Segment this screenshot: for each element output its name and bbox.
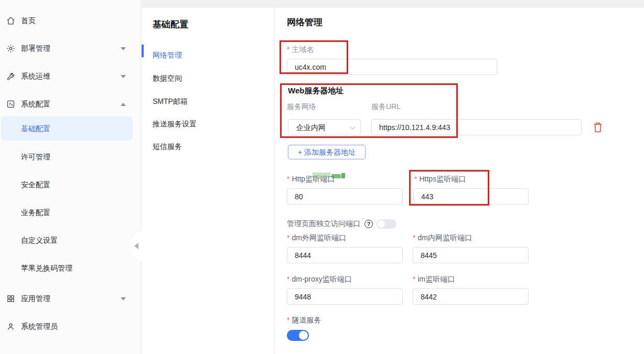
sidebar-item-deploy[interactable]: 部署管理 bbox=[0, 44, 141, 55]
sidebar-item-apps[interactable]: 应用管理 bbox=[0, 294, 141, 305]
im-port-input[interactable] bbox=[413, 288, 529, 305]
sidebar-item-license[interactable]: 许可管理 bbox=[21, 153, 50, 162]
tunnel-service-toggle-on[interactable] bbox=[287, 330, 309, 341]
chevron-up-icon bbox=[121, 103, 126, 106]
tunnel-service-label: *隧道服务 bbox=[287, 316, 321, 325]
https-port-label: *Https监听端口 bbox=[414, 175, 466, 184]
dm-ext-port-label: *dm外网监听端口 bbox=[287, 233, 346, 243]
submenu-panel: 基础配置 网络管理 数据空间 SMTP邮箱 推送服务设置 短信服务 bbox=[142, 8, 274, 354]
service-network-select[interactable]: 企业内网 bbox=[288, 119, 361, 135]
sidebar-item-sysconfig[interactable]: 系统配置 bbox=[0, 100, 141, 110]
add-server-address-button[interactable]: + 添加服务器地址 bbox=[288, 145, 366, 159]
active-item-bar bbox=[142, 45, 144, 57]
home-icon bbox=[6, 16, 15, 25]
sidebar-item-label: 系统配置 bbox=[21, 100, 50, 109]
submenu-item-push[interactable]: 推送服务设置 bbox=[153, 120, 197, 129]
submenu-item-smtp[interactable]: SMTP邮箱 bbox=[153, 97, 188, 106]
chevron-down-icon bbox=[121, 297, 126, 301]
submenu-item-network[interactable]: 网络管理 bbox=[153, 51, 182, 60]
http-port-input[interactable] bbox=[287, 188, 403, 205]
web-server-section-title: Web服务器地址 bbox=[288, 86, 344, 96]
toggle-knob bbox=[299, 331, 308, 340]
sidebar-item-label: 基础配置 bbox=[21, 124, 50, 134]
dm-int-port-label: *dm内网监听端口 bbox=[413, 233, 472, 243]
admin-page-port-label: 管理页面独立访问端口 bbox=[287, 219, 360, 229]
apps-grid-icon bbox=[6, 294, 15, 303]
page-title: 网络管理 bbox=[287, 16, 323, 28]
domain-input[interactable] bbox=[287, 59, 497, 75]
select-value: 企业内网 bbox=[296, 123, 326, 133]
user-icon bbox=[6, 322, 15, 331]
sidebar-item-admin[interactable]: 系统管理员 bbox=[0, 322, 141, 332]
chevron-down-icon bbox=[121, 75, 126, 78]
sidebar-item-label: 首页 bbox=[21, 16, 36, 26]
sidebar-item-security[interactable]: 安全配置 bbox=[21, 180, 50, 190]
delete-server-address-button[interactable] bbox=[593, 122, 603, 133]
sidebar-item-label: 系统管理员 bbox=[21, 322, 58, 331]
sidebar: 首页 部署管理 系统运维 系统配置 基础配置 许可管理 安全配置 业务配置 自定… bbox=[0, 0, 141, 354]
help-icon[interactable]: ? bbox=[364, 220, 373, 228]
config-panel-icon bbox=[6, 100, 15, 109]
sidebar-item-business[interactable]: 业务配置 bbox=[21, 208, 50, 218]
wrench-icon bbox=[6, 72, 15, 81]
chevron-down-icon bbox=[121, 47, 126, 50]
sidebar-item-custom[interactable]: 自定义设置 bbox=[21, 236, 58, 245]
https-port-input[interactable] bbox=[413, 188, 529, 205]
admin-page-port-toggle-off[interactable] bbox=[377, 219, 396, 229]
sidebar-item-label: 部署管理 bbox=[21, 44, 50, 53]
submenu-title: 基础配置 bbox=[153, 18, 188, 30]
dm-ext-port-input[interactable] bbox=[287, 247, 403, 263]
collapse-left-icon bbox=[134, 243, 138, 249]
sidebar-item-ops[interactable]: 系统运维 bbox=[0, 72, 141, 82]
service-network-label: 服务网络 bbox=[287, 102, 316, 112]
sidebar-item-label: 系统运维 bbox=[21, 72, 50, 81]
toggle-knob bbox=[378, 220, 385, 228]
submenu-item-dataspace[interactable]: 数据空间 bbox=[153, 74, 182, 83]
sidebar-item-home[interactable]: 首页 bbox=[0, 16, 141, 27]
http-port-label: *Http监听端口 bbox=[287, 175, 335, 184]
sidebar-item-label: 应用管理 bbox=[21, 294, 50, 304]
im-port-label: *im监听端口 bbox=[413, 275, 455, 284]
service-url-label: 服务URL bbox=[371, 102, 401, 112]
sidebar-item-basic-config-selected[interactable]: 基础配置 bbox=[1, 116, 133, 141]
dm-int-port-input[interactable] bbox=[413, 247, 529, 263]
sidebar-item-apple-code[interactable]: 苹果兑换码管理 bbox=[21, 264, 72, 273]
domain-label: *主域名 bbox=[287, 45, 314, 55]
dm-proxy-port-input[interactable] bbox=[287, 288, 403, 305]
service-url-input[interactable] bbox=[371, 119, 582, 135]
required-mark: * bbox=[287, 45, 289, 53]
submenu-item-sms[interactable]: 短信服务 bbox=[153, 142, 182, 152]
gear-icon bbox=[6, 44, 15, 53]
dm-proxy-port-label: *dm-proxy监听端口 bbox=[287, 275, 352, 284]
chevron-down-icon bbox=[350, 124, 356, 130]
sidebar-collapse-handle[interactable] bbox=[132, 231, 142, 261]
network-settings-form: 网络管理 *主域名 Web服务器地址 服务网络 服务URL 企业内网 + 添加服… bbox=[275, 8, 644, 354]
